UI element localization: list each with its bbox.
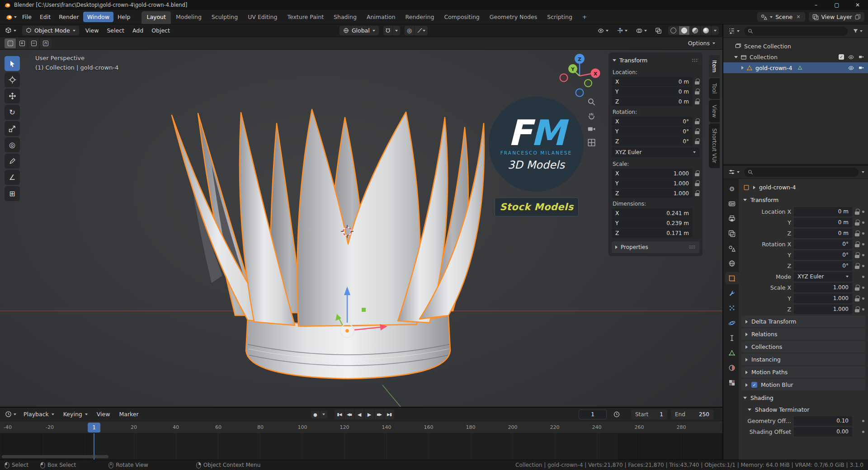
transform-orientation-dropdown[interactable]: Global <box>340 26 379 35</box>
workspace-tab-shading[interactable]: Shading <box>329 11 362 24</box>
jump-to-end-button[interactable]: ▶▮ <box>384 409 394 419</box>
subsection-shadow-terminator[interactable]: Shadow Terminator <box>739 404 868 415</box>
playback-menu[interactable]: Playback <box>19 409 58 419</box>
keyframe-dot-icon[interactable] <box>862 287 864 289</box>
jump-to-start-button[interactable]: ▮◀ <box>335 409 344 419</box>
shading-rendered[interactable] <box>701 26 712 35</box>
menu-render[interactable]: Render <box>55 12 83 22</box>
new-view-layer-icon[interactable] <box>855 14 861 20</box>
lock-icon[interactable] <box>695 138 699 144</box>
viewport-menu-object[interactable]: Object <box>150 26 172 35</box>
lock-icon[interactable] <box>695 79 699 85</box>
keyframe-dot-icon[interactable] <box>862 308 864 310</box>
outliner-row-gold-crown-4[interactable]: gold-crown-4 <box>723 62 868 73</box>
timeline-ruler[interactable]: -40 -20 20 40 60 80 100 120 140 160 180 … <box>0 421 722 433</box>
tab-object-data[interactable] <box>725 347 739 359</box>
workspace-tab-compositing[interactable]: Compositing <box>439 11 484 24</box>
shading-material[interactable] <box>690 26 701 35</box>
workspace-tab-modeling[interactable]: Modeling <box>171 11 207 24</box>
exclude-checkbox[interactable]: ✓ <box>839 54 844 60</box>
scene-selector[interactable]: Scene ✕ <box>757 12 805 22</box>
menu-help[interactable]: Help <box>113 12 135 22</box>
scale-z-field[interactable]: 1.000 <box>794 305 852 314</box>
viewport-menu-select[interactable]: Select <box>105 26 126 35</box>
dimensions-x-field[interactable]: X0.241 m <box>612 208 693 218</box>
lock-icon[interactable] <box>695 180 699 186</box>
playhead[interactable]: 1 <box>88 423 100 432</box>
object-visibility-dropdown[interactable] <box>595 27 610 35</box>
close-button[interactable]: ✕ <box>847 0 868 10</box>
rotation-mode-dropdown[interactable]: XYZ Euler <box>794 272 852 282</box>
zoom-icon[interactable] <box>587 98 596 106</box>
outliner-search-input[interactable] <box>744 27 848 36</box>
shading-offset-field[interactable]: 0.00 <box>794 427 852 437</box>
sidebar-tab-view[interactable]: View <box>709 100 720 122</box>
keyframe-dot-icon[interactable] <box>862 221 864 224</box>
select-mode-intersect[interactable]: ∩ <box>40 38 52 48</box>
add-cube-tool[interactable]: ⊞ <box>5 186 20 201</box>
keyframe-dot-icon[interactable] <box>862 243 864 245</box>
keyframe-dot-icon[interactable] <box>862 232 864 235</box>
rotation-y-field[interactable]: Y0° <box>612 127 693 136</box>
geometry-offset-field[interactable]: 0.10 <box>794 416 852 426</box>
tab-tool[interactable]: ⚙ <box>725 183 739 195</box>
auto-keying-options[interactable] <box>320 411 327 418</box>
crown-model[interactable] <box>172 109 484 379</box>
scale-y-field[interactable]: Y1.000 <box>612 179 693 188</box>
section-shading[interactable]: Shading <box>739 392 868 404</box>
current-frame-field[interactable]: 1 <box>579 409 607 419</box>
timeline-scrollbar[interactable] <box>2 455 108 458</box>
proportional-falloff[interactable] <box>415 26 428 35</box>
sidebar-tab-shortcut-vur[interactable]: Shortcut VUr <box>709 123 720 168</box>
annotate-tool[interactable] <box>5 154 20 169</box>
section-motion-blur[interactable]: ✓Motion Blur <box>741 379 865 390</box>
tab-render[interactable] <box>725 197 739 210</box>
location-x-field[interactable]: X0 m <box>612 77 693 86</box>
select-mode-extend[interactable]: + <box>16 38 28 48</box>
keying-menu[interactable]: Keying <box>59 409 92 419</box>
lock-icon[interactable] <box>695 128 699 134</box>
workspace-tab-uv-editing[interactable]: UV Editing <box>243 11 282 24</box>
timeline-editor-type-button[interactable] <box>4 410 18 418</box>
keyframe-dot-icon[interactable] <box>862 297 864 300</box>
scale-x-field[interactable]: X1.000 <box>612 169 693 178</box>
snap-options[interactable] <box>393 26 400 35</box>
mode-dropdown[interactable]: Object Mode <box>22 26 79 35</box>
lock-icon[interactable] <box>855 296 859 301</box>
camera-icon[interactable] <box>858 54 864 60</box>
sidebar-tab-item[interactable]: Item <box>709 55 720 77</box>
rotation-mode-dropdown[interactable]: XYZ Euler <box>612 147 699 157</box>
lock-icon[interactable] <box>695 170 699 176</box>
scale-y-field[interactable]: 1.000 <box>794 294 852 303</box>
tab-object[interactable] <box>725 272 739 284</box>
options-dropdown[interactable]: Options <box>688 40 718 47</box>
workspace-tab-geometry-nodes[interactable]: Geometry Nodes <box>485 11 542 24</box>
prev-keyframe-button[interactable]: ◀▪ <box>344 409 354 419</box>
overlays-toggle[interactable] <box>634 27 649 35</box>
shading-wireframe[interactable] <box>668 26 679 35</box>
keyframe-dot-icon[interactable] <box>862 254 864 256</box>
next-keyframe-button[interactable]: ▪▶ <box>374 409 384 419</box>
scale-tool[interactable] <box>5 121 20 136</box>
outliner-filter-button[interactable] <box>851 27 864 35</box>
select-box-tool[interactable] <box>5 56 20 71</box>
location-y-field[interactable]: 0 m <box>794 218 852 227</box>
keyframe-dot-icon[interactable] <box>862 276 864 278</box>
view-menu[interactable]: View <box>93 409 114 419</box>
section-relations[interactable]: Relations <box>741 329 865 340</box>
tab-view-layer[interactable] <box>725 227 739 240</box>
transform-tool[interactable]: ◎ <box>5 137 20 152</box>
xray-toggle[interactable] <box>653 27 664 35</box>
section-instancing[interactable]: Instancing <box>741 354 865 365</box>
drag-grip-icon[interactable] <box>692 58 698 63</box>
workspace-tab-sculpting[interactable]: Sculpting <box>207 11 243 24</box>
workspace-add-button[interactable]: + <box>577 11 592 24</box>
tab-scene[interactable] <box>725 242 739 254</box>
menu-window[interactable]: Window <box>83 12 113 22</box>
location-y-field[interactable]: Y0 m <box>612 87 693 96</box>
dimensions-y-field[interactable]: Y0.239 m <box>612 218 693 228</box>
lock-icon[interactable] <box>695 89 699 94</box>
rotation-x-field[interactable]: X0° <box>612 117 693 126</box>
outliner-row-collection[interactable]: Collection ✓ <box>723 52 868 62</box>
lock-icon[interactable] <box>855 220 859 226</box>
